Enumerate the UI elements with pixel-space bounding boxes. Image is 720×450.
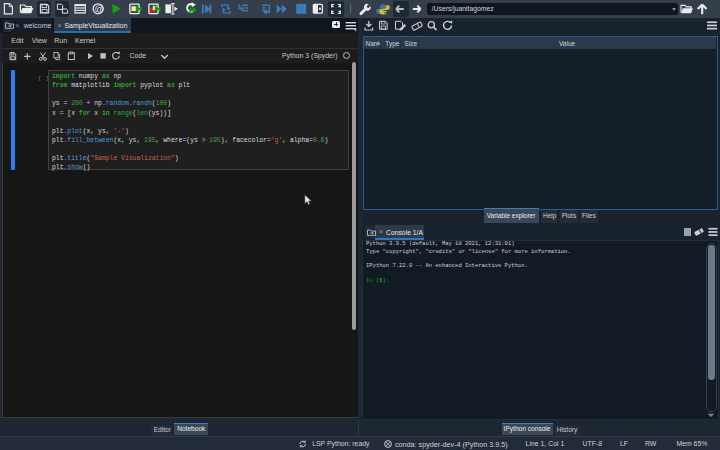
svg-text:@: @ [95,3,105,14]
